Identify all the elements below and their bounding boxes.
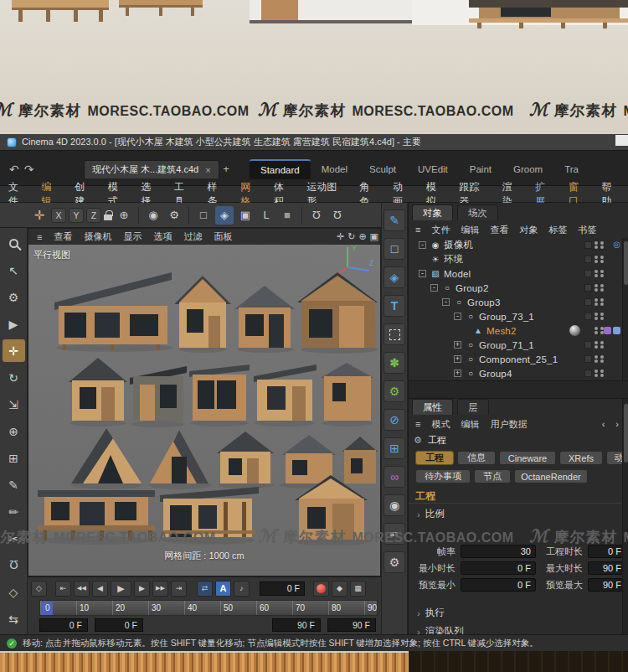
layout-tab-uvedit[interactable]: UVEdit [407, 159, 459, 179]
quantize-magnet-icon[interactable]: Ω [328, 206, 347, 225]
tree-row-mesh2[interactable]: ▲Mesh2 [409, 323, 622, 338]
object-mode-icon[interactable]: ◈ [215, 206, 234, 225]
goto-start-button[interactable]: ⇤ [55, 581, 71, 597]
rotate-tool-icon[interactable]: ↻ [3, 366, 25, 389]
maximize-icon[interactable]: ▣ [370, 231, 378, 242]
min-time-field[interactable]: 0 F [461, 561, 536, 575]
attributes-scrollbar[interactable] [622, 399, 628, 634]
tree-row-model[interactable]: -▧Model [409, 266, 622, 281]
layout-tab-tra[interactable]: Tra [553, 159, 589, 179]
attr-tab-octane[interactable]: OctaneRender [514, 469, 588, 483]
prev-frame-button[interactable]: ◀ [92, 581, 108, 597]
enable-checkbox[interactable] [584, 313, 592, 320]
axis-lock-icon[interactable] [104, 215, 112, 220]
tree-row-group3[interactable]: -○Group3 [409, 295, 622, 309]
current-frame-field[interactable]: 0 F [260, 582, 305, 596]
visibility-dots[interactable] [600, 370, 604, 373]
rectangle-spline-icon[interactable]: □ [383, 238, 405, 260]
cube-primitive-icon[interactable]: ◈ [383, 266, 405, 288]
enable-checkbox[interactable] [584, 341, 592, 349]
enable-checkbox[interactable] [584, 241, 592, 249]
zoom-icon[interactable]: ⊕ [358, 231, 366, 242]
visibility-dots[interactable] [600, 313, 604, 316]
expand-toggle[interactable]: - [419, 270, 426, 277]
tree-row-group2[interactable]: -○Group2 [409, 281, 622, 295]
attr-menu-userdata[interactable]: 用户数据 [485, 418, 532, 431]
tree-item-label[interactable]: Component_25_1 [479, 354, 558, 364]
tree-item-label[interactable]: Group3 [467, 297, 501, 308]
move-tool-icon[interactable]: ✛ [30, 206, 49, 225]
attr-menu-mode[interactable]: 模式 [426, 418, 455, 431]
expand-toggle[interactable]: + [454, 341, 461, 349]
tree-row-camera[interactable]: -◉摄像机◎ [409, 238, 622, 252]
new-tab-button[interactable]: + [219, 163, 233, 176]
tree-item-label[interactable]: Group2 [456, 283, 489, 293]
orbit-icon[interactable]: ↻ [347, 231, 355, 242]
tree-item-label[interactable]: 环境 [444, 253, 463, 266]
attr-tab-todo[interactable]: 待办事项 [415, 469, 471, 483]
tab-attributes[interactable]: 属性 [412, 399, 453, 415]
model-mode-icon[interactable]: □ [194, 206, 213, 225]
search-icon[interactable] [3, 232, 25, 255]
filled-square-icon[interactable]: ■ [278, 206, 296, 225]
tree-item-label[interactable]: Model [444, 269, 471, 279]
brush-tool-icon[interactable]: ✏ [3, 500, 25, 523]
prev-key-button[interactable]: ◀◀ [74, 581, 90, 597]
texture-mode-icon[interactable]: ▣ [236, 206, 255, 225]
attr-menu-edit[interactable]: 编辑 [456, 418, 484, 431]
scale-tool-icon[interactable]: ⇲ [3, 393, 25, 416]
om-menu-edit[interactable]: 编辑 [456, 224, 484, 236]
viewport-menu-camera[interactable]: 摄像机 [79, 230, 116, 243]
volume-builder-icon[interactable]: ✽ [383, 352, 405, 374]
settings-gear-icon[interactable]: ⚙ [383, 551, 405, 573]
timeline-ruler[interactable]: 0 10 20 30 40 50 60 70 80 90 [39, 600, 378, 616]
expand-toggle[interactable]: - [430, 284, 438, 292]
axis-x-lock-button[interactable]: X [51, 208, 66, 223]
spline-pen-icon[interactable]: ✎ [383, 209, 405, 231]
enable-checkbox[interactable] [584, 256, 592, 263]
scrollbar-thumb[interactable] [624, 404, 628, 463]
viewport-3d[interactable]: ≡ 查看 摄像机 显示 选项 过滤 面板 ✛ ↻ ⊕ ▣ 平行视图 Y Z X [28, 228, 381, 576]
scale-section-row[interactable]: ›比例 [417, 508, 445, 520]
knot-object-icon[interactable]: ∞ [383, 466, 405, 488]
redo-icon[interactable]: ↷ [22, 163, 37, 176]
pan-icon[interactable]: ✛ [337, 231, 344, 242]
attr-tab-cineware[interactable]: Cineware [499, 451, 556, 465]
visibility-dots[interactable] [600, 355, 604, 359]
tree-row-component-25-1[interactable]: +○Component_25_1 [409, 352, 622, 366]
om-menu-object[interactable]: 对象 [514, 224, 543, 236]
history-back-icon[interactable]: ‹ [597, 419, 610, 429]
expand-toggle[interactable]: + [454, 370, 461, 377]
hamburger-icon[interactable]: ≡ [410, 225, 425, 235]
enable-checkbox[interactable] [584, 355, 592, 363]
preview-min-field[interactable]: 0 F [461, 578, 536, 592]
live-selection-icon[interactable]: ↖ [3, 259, 25, 282]
visibility-dots[interactable] [600, 256, 604, 259]
tree-row-group-71-1[interactable]: +○Group_71_1 [409, 338, 622, 352]
record-key-icon[interactable]: ◆ [332, 581, 347, 597]
play-button[interactable]: ▶ [111, 581, 131, 597]
record-button[interactable] [313, 581, 329, 597]
sound-toggle-icon[interactable]: ♪ [234, 581, 250, 597]
scale-section-label[interactable]: 比例 [425, 508, 445, 520]
camera-target-icon[interactable]: ◎ [613, 240, 620, 249]
layout-tab-sculpt[interactable]: Sculpt [358, 159, 407, 179]
expand-toggle[interactable]: - [442, 298, 450, 306]
extrude-icon[interactable]: ⊞ [383, 437, 405, 459]
attr-tab-info[interactable]: 信息 [457, 451, 496, 465]
enable-checkbox[interactable] [584, 298, 592, 306]
layout-tab-paint[interactable]: Paint [459, 159, 502, 179]
max-time-field[interactable]: 90 F [588, 561, 626, 575]
tree-row-group-73-1[interactable]: -○Group_73_1 [409, 309, 622, 323]
material-thumbnail[interactable] [569, 325, 580, 336]
tree-item-label[interactable]: Group4 [479, 369, 512, 379]
move-tool-button[interactable]: ✛ [3, 339, 25, 362]
autokey-button[interactable]: A [215, 581, 231, 597]
tree-item-label[interactable]: Group_73_1 [479, 312, 534, 322]
keyframe-selection-icon[interactable]: ◇ [31, 581, 47, 597]
tree-item-label[interactable]: 摄像机 [444, 239, 473, 251]
exec-section-row[interactable]: ›执行 [417, 607, 445, 619]
viewport-menu-view[interactable]: 查看 [49, 230, 77, 243]
layout-tab-groom[interactable]: Groom [502, 159, 553, 179]
next-key-button[interactable]: ▶▶ [152, 581, 168, 597]
